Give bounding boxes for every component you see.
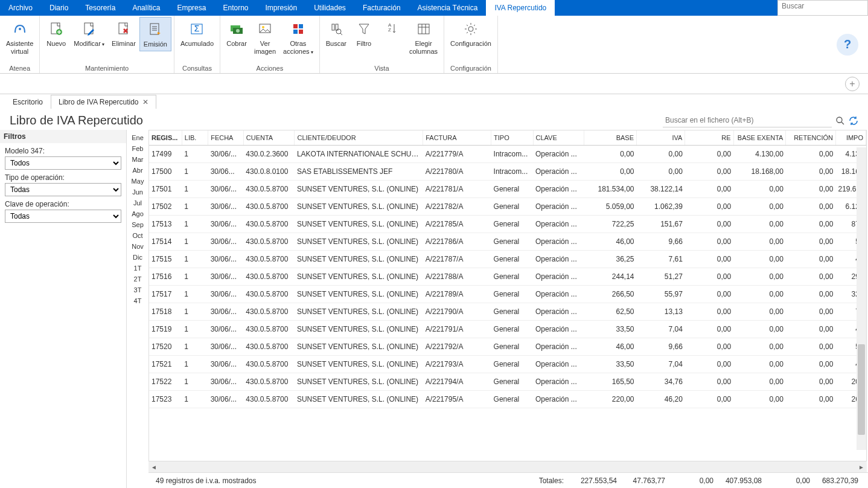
table-row[interactable]: 17519130/06/...430.0.5.8700SUNSET VENTUR… (149, 321, 866, 338)
cell-ret: 0,00 (786, 373, 835, 391)
col-impo[interactable]: IMPO (835, 130, 866, 146)
ribbon-config-button[interactable]: Configuración (447, 17, 495, 50)
month-dic[interactable]: Dic (127, 252, 148, 263)
month-2t[interactable]: 2T (127, 274, 148, 284)
ribbon-acumulado-button[interactable]: ΣAcumulado (177, 17, 217, 50)
close-icon[interactable]: ✕ (142, 98, 148, 106)
table-row[interactable]: 17501130/06/...430.0.5.8700SUNSET VENTUR… (149, 181, 866, 198)
month-jul[interactable]: Jul (127, 197, 148, 208)
col-factura[interactable]: FACTURA (423, 130, 491, 146)
month-ene[interactable]: Ene (127, 132, 148, 143)
month-feb[interactable]: Feb (127, 143, 148, 154)
table-row[interactable]: 17502130/06/...430.0.5.8700SUNSET VENTUR… (149, 198, 866, 216)
month-jun[interactable]: Jun (127, 187, 148, 197)
table-row[interactable]: 17516130/06/...430.0.5.8700SUNSET VENTUR… (149, 268, 866, 286)
ribbon-verimagen-button[interactable]: Verimagen (251, 17, 279, 58)
cell-base: 33,50 (584, 321, 637, 338)
table-row[interactable]: 17523130/06/...430.0.5.8700SUNSET VENTUR… (149, 391, 866, 408)
ribbon-group-vista: BuscarFiltroAZElegircolumnasVista (320, 16, 444, 73)
ribbon-otras-button[interactable]: Otrasacciones ▾ (279, 17, 317, 58)
table-row[interactable]: 17517130/06/...430.0.5.8700SUNSET VENTUR… (149, 286, 866, 303)
cell-ret: 0,00 (786, 146, 835, 163)
month-sep[interactable]: Sep (127, 219, 148, 230)
ribbon-filtro-button[interactable]: Filtro (350, 17, 378, 50)
col-regis[interactable]: REGIS... (149, 130, 182, 146)
month-may[interactable]: May (127, 176, 148, 187)
col-exenta[interactable]: BASE EXENTA (733, 130, 786, 146)
cell-tipo: General (491, 303, 533, 321)
ribbon-cobrar-button[interactable]: Cobrar (223, 17, 251, 50)
cell-cuenta: 430.0.5.8700 (243, 268, 295, 286)
ribbon-elegircol-button[interactable]: Elegircolumnas (406, 17, 441, 58)
ribbon-help: ? (837, 16, 868, 73)
table-row[interactable]: 17513130/06/...430.0.5.8700SUNSET VENTUR… (149, 216, 866, 233)
ribbon-eliminar-button[interactable]: Eliminar (108, 17, 139, 50)
ribbon-orden-button[interactable]: AZ (378, 17, 406, 41)
scroll-left-arrow-icon[interactable]: ◄ (148, 461, 159, 472)
ribbon-emision-button[interactable]: Emisión (139, 17, 171, 51)
vertical-scrollbar[interactable] (857, 147, 866, 450)
cell-base: 46,00 (584, 233, 637, 251)
menu-analtica[interactable]: Analítica (124, 0, 168, 16)
filter-modelo347-select[interactable]: Todos (5, 156, 121, 170)
filter-tipo-select[interactable]: Todas (5, 183, 121, 196)
menu-facturacin[interactable]: Facturación (354, 0, 409, 16)
col-clave[interactable]: CLAVE (533, 130, 584, 146)
svg-rect-17 (299, 24, 303, 28)
menu-archivo[interactable]: Archivo (0, 0, 41, 16)
table-row[interactable]: 17521130/06/...430.0.5.8700SUNSET VENTUR… (149, 356, 866, 373)
col-fecha[interactable]: FECHA (208, 130, 244, 146)
month-3t[interactable]: 3T (127, 284, 148, 295)
col-re[interactable]: RE (685, 130, 733, 146)
col-base[interactable]: BASE (584, 130, 637, 146)
table-row[interactable]: 17522130/06/...430.0.5.8700SUNSET VENTUR… (149, 373, 866, 391)
table-row[interactable]: 17515130/06/...430.0.5.8700SUNSET VENTUR… (149, 251, 866, 268)
table-row[interactable]: 17520130/06/...430.0.5.8700SUNSET VENTUR… (149, 338, 866, 356)
table-row[interactable]: 17499130/06/...430.0.2.3600LAKOTA INTERN… (149, 146, 866, 163)
col-cuenta[interactable]: CUENTA (243, 130, 295, 146)
menu-diario[interactable]: Diario (41, 0, 77, 16)
ribbon-asistente-button[interactable]: Asistentevirtual (2, 17, 37, 58)
month-nov[interactable]: Nov (127, 241, 148, 252)
filter-clave-select[interactable]: Todas (5, 210, 121, 223)
ribbon-group-label: Configuración (447, 63, 495, 73)
ribbon-buscar-button[interactable]: Buscar (322, 17, 350, 50)
cell-fecha: 30/06/... (208, 391, 244, 408)
file-search-input[interactable] (663, 114, 832, 127)
month-1t[interactable]: 1T (127, 263, 148, 274)
table-row[interactable]: 17518130/06/...430.0.5.8700SUNSET VENTUR… (149, 303, 866, 321)
cell-tipo: General (491, 321, 533, 338)
col-ret[interactable]: RETENCIÓN (786, 130, 835, 146)
menu-asistenciatcnica[interactable]: Asistencia Técnica (409, 0, 487, 16)
ribbon-nuevo-button[interactable]: Nuevo (42, 17, 70, 50)
horizontal-scrollbar[interactable]: ◄ ► (148, 461, 867, 472)
doc-tab-1[interactable]: Libro de IVA Repercutido✕ (51, 95, 156, 109)
month-abr[interactable]: Abr (127, 165, 148, 176)
month-oct[interactable]: Oct (127, 230, 148, 241)
add-circle-button[interactable]: + (845, 77, 860, 91)
month-4t[interactable]: 4T (127, 295, 148, 306)
global-search-input[interactable] (778, 1, 867, 11)
refresh-icon[interactable] (849, 116, 858, 126)
help-icon[interactable]: ? (837, 34, 858, 56)
grid-scroll[interactable]: REGIS...LIB.FECHACUENTACLIENTE/DEUDORFAC… (148, 130, 867, 461)
table-row[interactable]: 17500130/06...430.0.8.0100SAS ETABLISSEM… (149, 163, 866, 181)
scroll-right-arrow-icon[interactable]: ► (856, 461, 867, 472)
menu-impresin[interactable]: Impresión (257, 0, 305, 16)
col-tipo[interactable]: TIPO (491, 130, 533, 146)
menu-empresa[interactable]: Empresa (168, 0, 214, 16)
month-mar[interactable]: Mar (127, 154, 148, 165)
menu-utilidades[interactable]: Utilidades (305, 0, 354, 16)
month-ago[interactable]: Ago (127, 208, 148, 219)
search-icon[interactable] (835, 116, 845, 126)
col-lib[interactable]: LIB. (182, 130, 208, 146)
ribbon-modificar-button[interactable]: Modificar ▾ (70, 17, 108, 50)
doc-tab-0[interactable]: Escritorio (5, 95, 51, 109)
table-row[interactable]: 17514130/06/...430.0.5.8700SUNSET VENTUR… (149, 233, 866, 251)
menu-ivarepercutido[interactable]: IVA Repercutido (486, 0, 555, 16)
col-cliente[interactable]: CLIENTE/DEUDOR (295, 130, 423, 146)
total-ret: 0,00 (764, 477, 812, 485)
col-iva[interactable]: IVA (637, 130, 685, 146)
menu-tesorera[interactable]: Tesorería (77, 0, 124, 16)
menu-entorno[interactable]: Entorno (214, 0, 257, 16)
